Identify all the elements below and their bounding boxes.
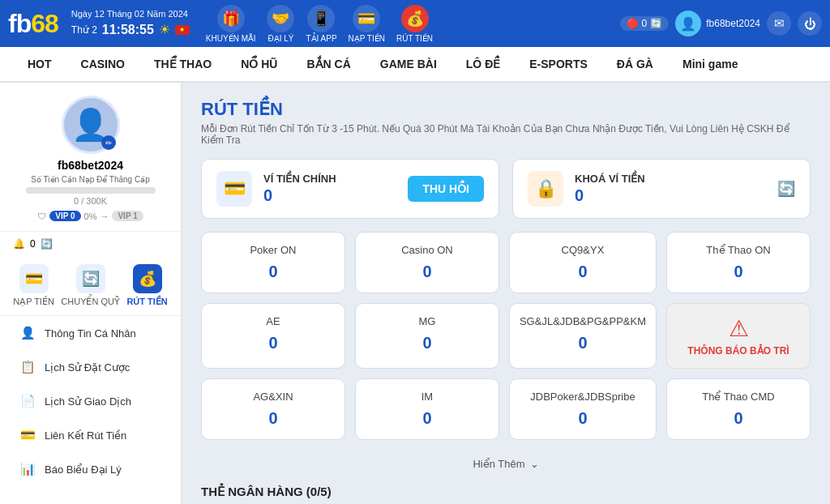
tai-app-button[interactable]: 📱 TẢI APP (306, 5, 336, 43)
balance-icon: 🔴 (627, 18, 639, 29)
sidebar-menu-lich-su-giao-dich[interactable]: 📄 Lịch Sử Giao Dịch (0, 384, 181, 418)
khuyen-mai-label: KHUYẾN MÃI (206, 34, 256, 43)
game-card-the-thao[interactable]: Thể Thao ON 0 (666, 232, 811, 293)
game-card-mg[interactable]: MG 0 (355, 303, 499, 369)
vip-shield-icon: 🛡 (37, 211, 46, 221)
nav-ban-ca[interactable]: BẮN CÁ (292, 47, 365, 83)
time-display: 11:58:55 (102, 20, 154, 40)
sidebar-actions: 💳 NẠP TIỀN 🔄 CHUYỂN QUỸ 💰 RÚT TIỀN (0, 256, 181, 316)
game-name-sg: SG&JL&JDB&PG&PP&KM (520, 315, 646, 327)
vip-arrow: → (100, 211, 109, 221)
thong-tin-label: Thông Tin Cá Nhân (45, 327, 136, 340)
chevron-down-icon: ⌄ (530, 458, 539, 470)
main-wallet-value: 0 (263, 186, 396, 205)
nap-tien-sidebar-icon: 💳 (19, 264, 49, 293)
sidebar-menu-thong-tin[interactable]: 👤 Thông Tin Cá Nhân (0, 316, 181, 350)
thu-hoi-button[interactable]: THU HỒI (408, 176, 484, 202)
game-name-cq9: CQ9&YX (520, 244, 646, 256)
logo: fb68 (8, 9, 58, 39)
vip-percent: 0% (84, 211, 97, 221)
sidebar-menu-bao-bieu[interactable]: 📊 Báo Biểu Đại Lý (0, 452, 181, 486)
profile-progress-bar (26, 187, 156, 194)
khuyen-mai-button[interactable]: 🎁 KHUYẾN MÃI (206, 5, 256, 43)
lich-su-dat-cuoc-label: Lịch Sử Đặt Cược (45, 361, 130, 374)
sidebar-top-bar: 🔔 0 🔄 (0, 232, 181, 256)
game-value-jdbc: 0 (520, 409, 646, 428)
nav-casino[interactable]: CASINO (66, 47, 139, 83)
game-value-cq9: 0 (520, 263, 646, 281)
game-name-jdbc: JDBPoker&JDBSpribe (520, 391, 646, 403)
rut-tien-sidebar-label: RÚT TIỀN (126, 297, 167, 307)
game-value-ag: 0 (212, 409, 335, 428)
sun-icon: ☀ (159, 20, 170, 40)
mail-icon[interactable]: ✉ (767, 11, 791, 36)
main-wallet-label: VÍ TIỀN CHÍNH (263, 173, 396, 185)
nav-no-hu[interactable]: NỔ HŨ (226, 47, 292, 83)
bao-bieu-label: Báo Biểu Đại Lý (45, 463, 122, 476)
game-card-ag[interactable]: AG&XIN 0 (201, 378, 345, 440)
logout-icon[interactable]: ⏻ (798, 11, 822, 36)
sidebar-nap-tien[interactable]: 💳 NẠP TIỀN (13, 264, 54, 307)
balance-value: 0 (642, 18, 648, 29)
dai-ly-button[interactable]: 🤝 ĐẠI LÝ (267, 5, 294, 43)
profile-edit-icon[interactable]: ✏ (101, 135, 116, 150)
game-name-cmd: Thể Thao CMD (677, 391, 800, 403)
rut-tien-header-button[interactable]: 💰 RÚT TIỀN (396, 5, 433, 43)
nav-da-ga[interactable]: ĐÁ GÀ (602, 47, 668, 83)
game-value-ae: 0 (212, 334, 335, 352)
nav-mini-game[interactable]: Mini game (668, 47, 752, 83)
game-card-poker[interactable]: Poker ON 0 (201, 232, 345, 293)
sidebar-menu: 👤 Thông Tin Cá Nhân 📋 Lịch Sử Đặt Cược 📄… (0, 316, 181, 486)
game-card-im[interactable]: IM 0 (355, 378, 499, 440)
content-area: RÚT TIỀN Mỗi Đơn Rút Tiền Chỉ Tốn Từ 3 -… (182, 83, 830, 504)
locked-wallet-card: 🔒 KHOÁ VÍ TIỀN 0 🔄 (512, 159, 811, 219)
nap-tien-header-button[interactable]: 💳 NẠP TIỀN (349, 5, 385, 43)
bank-section-title: THẺ NGÂN HÀNG (0/5) (201, 485, 811, 499)
locked-wallet-refresh[interactable]: 🔄 (777, 180, 795, 198)
refresh-balance-icon[interactable]: 🔄 (650, 18, 662, 29)
game-name-ae: AE (212, 315, 335, 327)
day-label: Thứ 2 (71, 23, 97, 37)
game-name-poker: Poker ON (212, 244, 335, 256)
game-grid: Poker ON 0 Casino ON 0 CQ9&YX 0 Thể Thao… (201, 232, 811, 440)
sidebar-rut-tien[interactable]: 💰 RÚT TIỀN (126, 264, 167, 307)
dai-ly-label: ĐẠI LÝ (267, 34, 293, 43)
locked-wallet-value: 0 (575, 186, 766, 205)
game-card-casino[interactable]: Casino ON 0 (355, 232, 499, 293)
balance-area: 🔴 0 🔄 (620, 16, 670, 31)
sidebar-menu-lich-su-dat-cuoc[interactable]: 📋 Lịch Sử Đặt Cược (0, 350, 181, 384)
sidebar-chuyen-quy[interactable]: 🔄 CHUYỂN QUỸ (61, 264, 120, 307)
show-more-button[interactable]: Hiển Thêm ⌄ (201, 450, 811, 478)
game-card-sg[interactable]: SG&JL&JDB&PG&PP&KM 0 (509, 303, 657, 369)
notification-icon: 🔔 (13, 238, 25, 250)
vip-next: VIP 1 (112, 211, 143, 221)
game-card-cmd[interactable]: Thể Thao CMD 0 (666, 378, 811, 440)
locked-wallet-label: KHOÁ VÍ TIỀN (575, 173, 766, 185)
rut-tien-header-label: RÚT TIỀN (396, 34, 433, 43)
game-value-the-thao: 0 (677, 263, 800, 281)
locked-wallet-info: KHOÁ VÍ TIỀN 0 (575, 173, 766, 205)
warning-icon: ⚠ (677, 315, 800, 342)
sidebar-menu-lien-ket[interactable]: 💳 Liên Kết Rút Tiền (0, 418, 181, 452)
game-card-jdbc[interactable]: JDBPoker&JDBSpribe 0 (509, 378, 657, 440)
nav-game-bai[interactable]: GAME BÀI (366, 47, 451, 83)
lich-su-dat-cuoc-icon: 📋 (19, 358, 36, 376)
header-avatar: 👤 (675, 11, 701, 36)
lien-ket-label: Liên Kết Rút Tiền (45, 429, 126, 442)
game-name-casino: Casino ON (366, 244, 489, 256)
rut-tien-header-icon: 💰 (401, 5, 429, 32)
notification-count: 0 (30, 238, 36, 250)
header: fb68 Ngày 12 Tháng 02 Năm 2024 Thứ 2 11:… (0, 0, 830, 47)
nav-hot[interactable]: HOT (13, 47, 66, 83)
refresh-sidebar-icon[interactable]: 🔄 (41, 238, 53, 250)
game-card-ae[interactable]: AE 0 (201, 303, 345, 369)
header-nav-icons: 🎁 KHUYẾN MÃI 🤝 ĐẠI LÝ 📱 TẢI APP 💳 NẠP TI… (206, 5, 433, 43)
game-card-cq9[interactable]: CQ9&YX 0 (509, 232, 657, 293)
header-username: fb68bet2024 (706, 18, 760, 29)
chuyen-quy-icon: 🔄 (76, 264, 105, 293)
game-value-im: 0 (366, 409, 489, 428)
bao-bieu-icon: 📊 (19, 460, 36, 478)
nav-the-thao[interactable]: THỂ THAO (139, 47, 226, 83)
nav-lo-de[interactable]: LÔ ĐỀ (451, 47, 515, 83)
nav-e-sports[interactable]: E-SPORTS (515, 47, 602, 83)
